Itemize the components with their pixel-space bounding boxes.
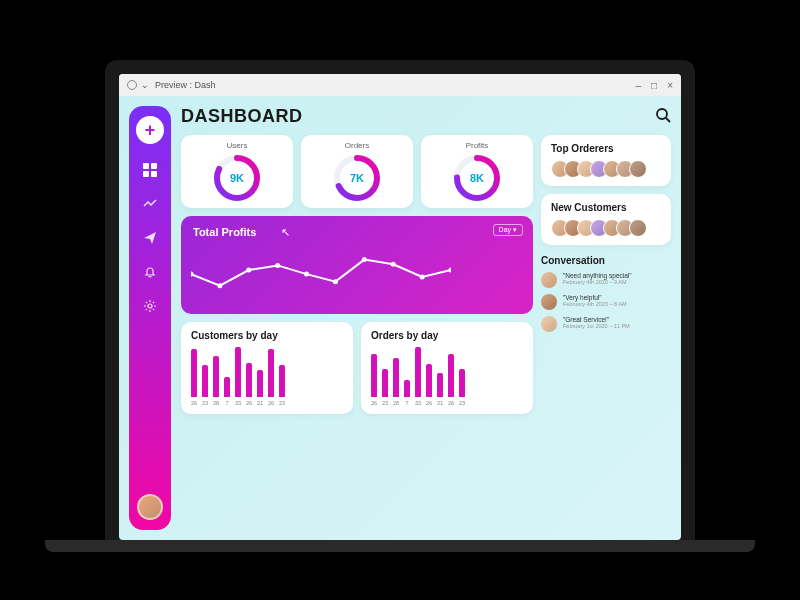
conversation-message: "Great Service!" <box>563 316 630 323</box>
bar <box>393 358 399 397</box>
svg-point-15 <box>275 263 280 268</box>
profits-range-dropdown[interactable]: Day ▾ <box>493 224 523 236</box>
chevron-down-icon[interactable]: ⌄ <box>141 80 149 90</box>
avatar <box>541 272 557 288</box>
conversation-date: February 1st 2020 – 11 PM <box>563 323 630 329</box>
conversation-date: February 4th 2020 – 9 AM <box>563 279 632 285</box>
bars-title: Customers by day <box>191 330 343 341</box>
app-window: ⌄ Preview : Dash – □ × + DASHBOARD Us <box>119 74 681 540</box>
stat-value: 9K <box>213 154 261 202</box>
bar <box>279 365 285 397</box>
svg-point-14 <box>246 268 251 273</box>
bars-chart <box>371 347 523 397</box>
grid-icon[interactable] <box>142 162 158 178</box>
conversation-item[interactable]: "Great Service!"February 1st 2020 – 11 P… <box>541 316 671 332</box>
svg-point-18 <box>362 257 367 262</box>
stat-label: Users <box>227 141 248 150</box>
bars-chart <box>191 347 343 397</box>
svg-point-5 <box>657 109 667 119</box>
bar <box>426 364 432 397</box>
avatar <box>541 294 557 310</box>
svg-rect-1 <box>151 163 157 169</box>
gear-icon[interactable] <box>142 298 158 314</box>
stat-value: 8K <box>453 154 501 202</box>
new-customers-card: New Customers <box>541 194 671 245</box>
bar <box>224 377 230 397</box>
bar <box>191 349 197 397</box>
bars-title: Orders by day <box>371 330 523 341</box>
stat-card-orders: Orders 7K <box>301 135 413 208</box>
donut-chart: 8K <box>453 154 501 202</box>
send-icon[interactable] <box>142 230 158 246</box>
conversation-item[interactable]: "Very helpful"February 4th 2020 – 8 AM <box>541 294 671 310</box>
conversation-message: "Very helpful" <box>563 294 627 301</box>
window-title: Preview : Dash <box>155 80 216 90</box>
add-button[interactable]: + <box>136 116 164 144</box>
bell-icon[interactable] <box>142 264 158 280</box>
svg-point-17 <box>333 279 338 284</box>
conversation-section: Conversation "Need anything special"Febr… <box>541 253 671 338</box>
stat-card-profits: Profits 8K <box>421 135 533 208</box>
stat-value: 7K <box>333 154 381 202</box>
user-avatar[interactable] <box>137 494 163 520</box>
avatar[interactable] <box>629 160 647 178</box>
close-button[interactable]: × <box>667 80 673 91</box>
profits-title: Total Profits <box>193 226 521 238</box>
svg-point-16 <box>304 272 309 277</box>
bar <box>382 369 388 397</box>
svg-point-4 <box>148 304 152 308</box>
new-customers-title: New Customers <box>551 202 661 213</box>
bar <box>257 370 263 397</box>
avatar <box>541 316 557 332</box>
svg-point-19 <box>391 262 396 267</box>
conversation-date: February 4th 2020 – 8 AM <box>563 301 627 307</box>
svg-rect-2 <box>143 171 149 177</box>
svg-point-21 <box>449 268 452 273</box>
bar <box>437 373 443 397</box>
bar <box>213 356 219 397</box>
bars-card: Orders by day 26232873326212623 <box>361 322 533 414</box>
bar <box>415 347 421 397</box>
bar <box>202 365 208 397</box>
bar <box>459 369 465 397</box>
svg-point-20 <box>420 275 425 280</box>
target-icon <box>127 80 137 90</box>
svg-point-13 <box>217 283 222 288</box>
conversation-message: "Need anything special" <box>563 272 632 279</box>
conversation-item[interactable]: "Need anything special"February 4th 2020… <box>541 272 671 288</box>
page-title: DASHBOARD <box>181 106 303 127</box>
conversation-title: Conversation <box>541 255 671 266</box>
maximize-button[interactable]: □ <box>651 80 657 91</box>
bar <box>404 380 410 397</box>
bars-card: Customers by day 26232873326212623 <box>181 322 353 414</box>
titlebar: ⌄ Preview : Dash – □ × <box>119 74 681 96</box>
bar <box>268 349 274 397</box>
donut-chart: 7K <box>333 154 381 202</box>
profits-line-chart <box>191 248 451 306</box>
stat-label: Profits <box>466 141 489 150</box>
bar <box>448 354 454 397</box>
svg-rect-0 <box>143 163 149 169</box>
top-orderers-card: Top Orderers <box>541 135 671 186</box>
sidebar: + <box>129 106 171 530</box>
total-profits-card: Total Profits Day ▾ ↖ <box>181 216 533 314</box>
top-orderers-title: Top Orderers <box>551 143 661 154</box>
search-icon[interactable] <box>655 107 671 127</box>
svg-rect-3 <box>151 171 157 177</box>
stat-card-users: Users 9K <box>181 135 293 208</box>
bar <box>235 347 241 397</box>
donut-chart: 9K <box>213 154 261 202</box>
avatar[interactable] <box>629 219 647 237</box>
minimize-button[interactable]: – <box>636 80 642 91</box>
stat-label: Orders <box>345 141 369 150</box>
trend-icon[interactable] <box>142 196 158 212</box>
bar <box>246 363 252 397</box>
bar <box>371 354 377 397</box>
